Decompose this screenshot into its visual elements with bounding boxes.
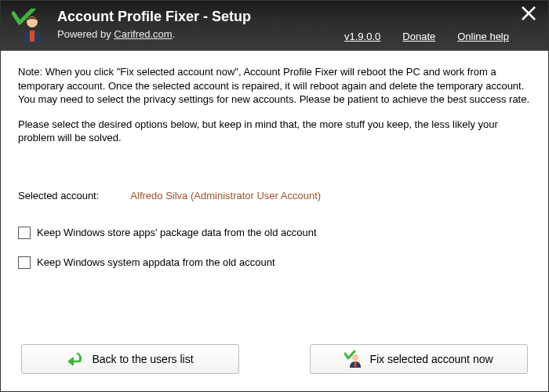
powered-link[interactable]: Carifred.com	[114, 28, 172, 40]
powered-by: Powered by Carifred.com.	[57, 28, 251, 40]
selected-account-row: Selected account: Alfredo Silva (Adminis…	[18, 189, 531, 203]
button-row: Back to the users list Fix selected acco…	[18, 344, 531, 379]
keep-store-apps-checkbox[interactable]: Keep Windows store apps' package data fr…	[18, 226, 531, 240]
content-area: Note: When you click "Fix selected accou…	[1, 51, 548, 391]
selected-account-value: Alfredo Silva (Administrator User Accoun…	[130, 189, 321, 203]
version-link[interactable]: v1.9.0.0	[344, 31, 380, 42]
close-icon	[520, 5, 537, 22]
keep-appdata-label: Keep Windows system appdata from the old…	[37, 256, 275, 270]
header-text: Account Profile Fixer - Setup Powered by…	[57, 7, 251, 40]
back-button-label: Back to the users list	[92, 352, 193, 367]
keep-store-apps-label: Keep Windows store apps' package data fr…	[37, 226, 317, 240]
note-text: Note: When you click "Fix selected accou…	[18, 65, 531, 156]
svg-point-4	[352, 354, 358, 361]
checkbox-box	[18, 256, 31, 269]
app-title: Account Profile Fixer - Setup	[57, 9, 251, 25]
close-button[interactable]	[520, 5, 539, 24]
back-arrow-icon	[67, 350, 84, 368]
fix-button-label: Fix selected account now	[369, 352, 493, 367]
title-bar: Account Profile Fixer - Setup Powered by…	[1, 1, 548, 51]
keep-appdata-checkbox[interactable]: Keep Windows system appdata from the old…	[18, 256, 531, 270]
online-help-link[interactable]: Online help	[457, 31, 509, 42]
checkbox-box	[18, 227, 31, 239]
app-icon	[12, 9, 46, 43]
note-para-1: Note: When you click "Fix selected accou…	[18, 65, 531, 107]
fix-button[interactable]: Fix selected account now	[310, 344, 528, 374]
svg-rect-1	[30, 31, 35, 42]
svg-rect-5	[354, 361, 357, 367]
donate-link[interactable]: Donate	[402, 31, 435, 42]
back-button[interactable]: Back to the users list	[21, 344, 239, 374]
header-links: v1.9.0.0 Donate Online help	[344, 31, 509, 42]
note-para-2: Please select the desired options below,…	[18, 118, 531, 145]
fix-user-icon	[344, 350, 362, 368]
selected-account-label: Selected account:	[18, 189, 99, 203]
app-window: Account Profile Fixer - Setup Powered by…	[0, 0, 549, 392]
